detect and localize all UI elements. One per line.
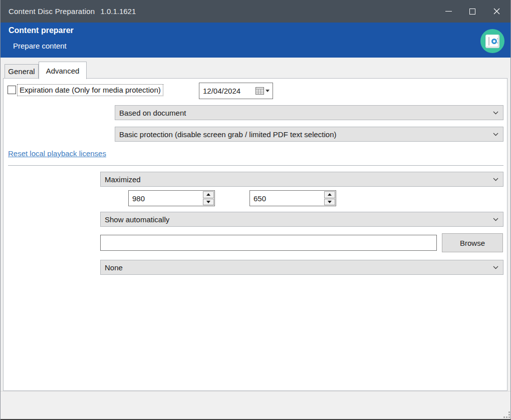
expiration-date-value: 12/04/2024 <box>203 87 256 95</box>
minimize-icon <box>445 11 452 12</box>
print-restriction-select[interactable]: Based on document <box>115 105 503 120</box>
digital-output-protection-value: Basic protection (disable screen grab / … <box>119 130 493 139</box>
arrow-up-icon <box>206 193 210 196</box>
digital-output-protection-select[interactable]: Basic protection (disable screen grab / … <box>115 127 503 142</box>
maximize-button[interactable] <box>460 0 484 23</box>
chevron-down-icon <box>493 266 498 269</box>
chevron-down-icon <box>493 133 498 136</box>
tab-strip: General Advanced <box>1 58 511 79</box>
window-controls <box>436 0 508 23</box>
window-type-select[interactable]: Maximized <box>100 172 503 187</box>
height-decrement-button[interactable] <box>324 199 335 206</box>
height-spin-buttons <box>324 191 336 206</box>
maximize-icon <box>469 9 475 15</box>
section-divider <box>8 165 503 166</box>
close-button[interactable] <box>484 0 508 23</box>
width-increment-button[interactable] <box>203 191 214 198</box>
window-version: 1.0.1.1621 <box>100 7 136 16</box>
splash-bitmap-input[interactable] <box>100 235 437 251</box>
chevron-down-icon <box>493 178 498 181</box>
resize-grip[interactable] <box>503 411 510 418</box>
width-stepper[interactable] <box>128 190 215 206</box>
page-subtitle: Prepare content <box>13 42 67 50</box>
minimize-button[interactable] <box>436 0 460 23</box>
window-type-value: Maximized <box>105 175 493 184</box>
expiration-date-picker[interactable]: 12/04/2024 <box>199 83 273 99</box>
page-header: Content preparer Prepare content <box>1 23 511 58</box>
browse-button[interactable]: Browse <box>442 233 503 252</box>
reset-playback-licenses-link[interactable]: Reset local playback licenses <box>8 149 106 158</box>
app-badge <box>480 29 504 53</box>
chevron-down-icon <box>493 111 498 115</box>
page-title: Content preparer <box>9 26 74 35</box>
width-input[interactable] <box>129 191 202 206</box>
expiration-date-label[interactable]: Expiration date (Only for media protecti… <box>17 84 163 96</box>
arrow-down-icon <box>328 201 332 203</box>
navigation-select[interactable]: Show automatically <box>100 212 503 227</box>
titlebar: Content Disc Preparation 1.0.1.1621 <box>1 0 511 23</box>
navigation-value: Show automatically <box>105 215 493 224</box>
arrow-down-icon <box>206 201 210 203</box>
close-icon <box>493 8 500 15</box>
print-restriction-value: Based on document <box>119 109 493 117</box>
splash-time-select[interactable]: None <box>100 260 503 275</box>
tab-advanced[interactable]: Advanced <box>39 62 87 79</box>
safe-icon <box>485 35 499 48</box>
height-increment-button[interactable] <box>324 191 335 198</box>
height-input[interactable] <box>250 191 324 206</box>
splash-time-value: None <box>105 263 493 272</box>
tab-general[interactable]: General <box>5 64 39 78</box>
footer-bar: Help Test package Start <box>1 391 511 420</box>
calendar-icon <box>256 87 264 95</box>
expiration-date-checkbox[interactable] <box>8 86 16 94</box>
height-stepper[interactable] <box>249 190 336 206</box>
width-decrement-button[interactable] <box>203 199 214 206</box>
chevron-down-icon <box>493 218 498 221</box>
arrow-up-icon <box>328 193 332 196</box>
width-spin-buttons <box>202 191 214 206</box>
date-dropdown-arrow-icon[interactable] <box>266 90 270 92</box>
window-title: Content Disc Preparation <box>9 7 95 16</box>
app-window: Content Disc Preparation 1.0.1.1621 Cont… <box>0 0 511 420</box>
